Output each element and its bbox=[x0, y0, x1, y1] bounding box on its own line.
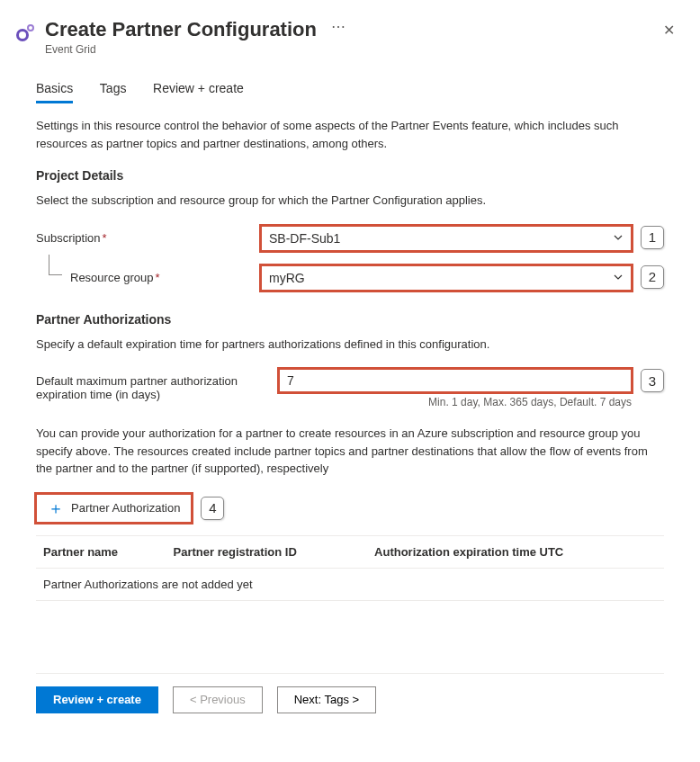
intro-text: Settings in this resource control the be… bbox=[36, 117, 664, 152]
expiration-value: 7 bbox=[287, 373, 294, 388]
previous-button[interactable]: < Previous bbox=[173, 686, 263, 713]
table-row: Partner Authorizations are not added yet bbox=[36, 568, 664, 600]
col-partner-name: Partner name bbox=[36, 535, 166, 568]
subscription-label: Subscription* bbox=[36, 226, 261, 245]
expiration-input[interactable]: 7 bbox=[279, 369, 632, 392]
project-heading: Project Details bbox=[36, 168, 664, 183]
subscription-value: SB-DF-Sub1 bbox=[269, 231, 340, 246]
col-expiration: Authorization expiration time UTC bbox=[367, 535, 664, 568]
expiration-label: Default maximum partner authorization ex… bbox=[36, 369, 279, 401]
next-button[interactable]: Next: Tags > bbox=[277, 686, 376, 713]
callout-4: 4 bbox=[201, 497, 224, 520]
tab-review[interactable]: Review + create bbox=[153, 76, 244, 101]
tab-tags[interactable]: Tags bbox=[100, 76, 127, 101]
tab-bar: Basics Tags Review + create bbox=[36, 76, 664, 104]
project-desc: Select the subscription and resource gro… bbox=[36, 192, 664, 210]
callout-3: 3 bbox=[641, 369, 664, 392]
add-label: Partner Authorization bbox=[71, 501, 180, 515]
chevron-down-icon bbox=[613, 271, 624, 285]
callout-2: 2 bbox=[641, 265, 664, 289]
review-create-button[interactable]: Review + create bbox=[36, 686, 158, 713]
authorizations-table: Partner name Partner registration ID Aut… bbox=[36, 535, 664, 601]
empty-message: Partner Authorizations are not added yet bbox=[36, 568, 664, 600]
auth-desc: Specify a default expiration time for pa… bbox=[36, 336, 664, 354]
page-title: Create Partner Configuration bbox=[45, 18, 317, 41]
subscription-select[interactable]: SB-DF-Sub1 bbox=[261, 226, 632, 251]
page-subtitle: Event Grid bbox=[45, 43, 656, 56]
add-partner-authorization-button[interactable]: ＋ Partner Authorization bbox=[36, 494, 192, 523]
col-registration-id: Partner registration ID bbox=[166, 535, 368, 568]
tab-basics[interactable]: Basics bbox=[36, 76, 73, 103]
resource-icon bbox=[14, 22, 40, 46]
close-icon[interactable]: ✕ bbox=[656, 18, 682, 42]
more-icon[interactable]: ⋯ bbox=[331, 19, 346, 34]
plus-icon: ＋ bbox=[48, 498, 64, 519]
chevron-down-icon bbox=[613, 231, 624, 246]
callout-1: 1 bbox=[641, 226, 664, 249]
resource-group-label: Resource group* bbox=[36, 265, 261, 284]
auth-heading: Partner Authorizations bbox=[36, 312, 664, 327]
resource-group-select[interactable]: myRG bbox=[261, 265, 632, 291]
resource-group-value: myRG bbox=[269, 271, 305, 285]
auth-desc2: You can provide your authorization for a… bbox=[36, 425, 664, 478]
expiration-helper: Min. 1 day, Max. 365 days, Default. 7 da… bbox=[279, 396, 632, 408]
